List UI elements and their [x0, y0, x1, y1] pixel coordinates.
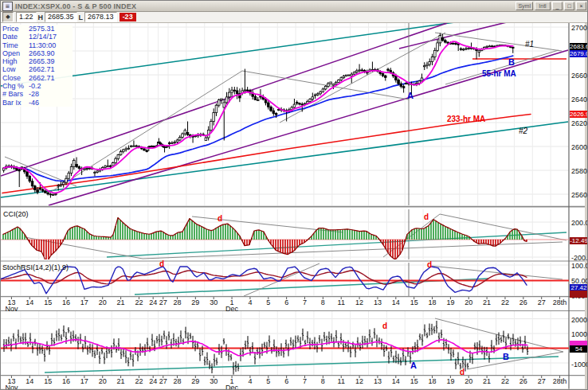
x-axis-day-label: 7: [303, 377, 307, 385]
x-axis-day-label: 21: [483, 298, 491, 306]
chart-window: ≣ INDEX:XSPX.00 - S & P 500 INDEX Syml I…: [0, 0, 588, 390]
y-axis-tick-label: 2660.00: [571, 72, 588, 80]
quote-high: 2685.35: [45, 12, 77, 22]
chart-annotation: d: [424, 213, 429, 221]
y-axis-tick-label: 200.00: [571, 219, 588, 227]
x-axis-day-label: 17: [80, 298, 88, 306]
quote-bar: ◆ 1.22 H 2685.35 L 2678.13 -23: [1, 12, 588, 23]
y-axis-tick-label: 2580.00: [571, 167, 588, 175]
chart-annotation: d: [382, 322, 387, 330]
chart-annotation: CCI(20): [3, 210, 29, 218]
x-axis-day-label: 27: [538, 377, 546, 385]
axis-value-box: [570, 291, 588, 298]
symbol-button[interactable]: Syml: [515, 2, 533, 10]
x-axis-day-label: 5: [266, 377, 270, 385]
x-axis-month-label: Dec: [225, 384, 238, 390]
x-axis-day-label: 14: [25, 377, 33, 385]
x-axis-day-label: 4: [248, 377, 252, 385]
axis-value-box: 2683.60: [570, 43, 588, 50]
y-axis-tick-label: 1000: [571, 330, 588, 338]
chart-annotation: 233-hr MA: [447, 115, 485, 123]
x-axis-month-label: Dec: [225, 305, 238, 313]
x-axis-day-label: 4: [248, 298, 252, 306]
interval-button[interactable]: Intl: [535, 2, 551, 10]
x-axis-day-label: 8: [321, 298, 325, 306]
x-axis-day-label: 20: [465, 377, 472, 385]
maximize-button[interactable]: □: [564, 2, 574, 10]
chart-annotation: A: [407, 91, 414, 100]
x-axis-day-label: 18: [429, 298, 437, 306]
chart-canvas[interactable]: #1B55-hr MAA233-hr MA#2CCI(20)ddStochRSI…: [1, 1, 588, 390]
data-window-row: Bar Ix-46: [2, 99, 73, 107]
x-axis-day-label: 15: [410, 298, 418, 306]
x-axis-day-label: 17: [80, 377, 88, 385]
chart-annotation: #1: [525, 40, 534, 49]
quote-low: 2678.13: [84, 12, 117, 22]
x-axis-day-label: 5: [266, 298, 270, 306]
data-window-row: # Bars-28: [2, 90, 73, 98]
y-axis-tick-label: 2000: [571, 316, 588, 324]
x-axis-day-label: 30: [210, 298, 218, 306]
axis-value-box: 54: [570, 345, 588, 353]
title-bar[interactable]: ≣ INDEX:XSPX.00 - S & P 500 INDEX Syml I…: [1, 1, 588, 12]
data-window-row: Open2663.90: [2, 49, 73, 57]
quote-change-badge: -23: [120, 13, 136, 21]
y-axis-tick-label: -1000: [571, 361, 588, 369]
x-axis-day-label: 12: [355, 377, 363, 385]
y-axis-tick-label: 2600.00: [571, 143, 588, 151]
quote-change: 1.22: [16, 12, 37, 22]
axis-value-box: 2679.07: [570, 50, 588, 57]
data-window-row: Low2662.71: [2, 65, 73, 73]
x-axis-day-label: 27: [538, 298, 546, 306]
data-window-row: Chg %-0.2: [2, 82, 73, 90]
x-axis-day-label: 15: [44, 298, 52, 306]
y-axis-tick-label: 2640.00: [571, 96, 588, 103]
x-axis-day-label: 13: [374, 298, 382, 306]
y-axis-tick-label: -200.00: [571, 254, 588, 262]
x-axis-day-label: 27: [159, 377, 167, 385]
x-axis-day-label: 21: [117, 377, 125, 385]
y-axis-tick-label: 2700.00: [571, 24, 588, 32]
x-axis-day-label: 27: [159, 298, 167, 306]
data-window-row: Time11:30:00: [2, 41, 73, 49]
x-axis-day-label: 6: [284, 377, 288, 385]
x-axis-day-label: 22: [135, 298, 143, 306]
axis-value-box: 2626.97: [570, 111, 588, 118]
x-axis-day-label: 22: [501, 298, 509, 306]
quote-low-label: L: [79, 14, 84, 21]
quote-menu-icon[interactable]: ◆: [2, 12, 14, 22]
data-window: Price2575.31Date12/14/17Time11:30:00Open…: [2, 25, 73, 107]
x-axis-day-label: 28th: [553, 298, 567, 306]
close-button[interactable]: ×: [576, 2, 586, 10]
x-axis-day-label: 14: [392, 298, 400, 306]
titlebar-buttons: Syml Intl _ □ ×: [515, 2, 588, 10]
x-axis-day-label: 22: [135, 377, 143, 385]
x-axis-day-label: 11: [338, 298, 345, 306]
x-axis-day-label: 28: [173, 298, 181, 306]
chart-annotation: B: [503, 352, 509, 361]
y-axis-tick-label: 2620.00: [571, 119, 588, 127]
x-axis-day-label: 29: [191, 298, 199, 306]
x-axis-day-label: 7: [303, 298, 307, 306]
x-axis-day-label: 12: [355, 298, 363, 306]
chart-annotation: 55-hr MA: [482, 69, 516, 78]
x-axis-day-label: 21: [117, 298, 125, 306]
chart-annotation: d: [159, 259, 164, 268]
x-axis-day-label: 24: [149, 377, 157, 385]
chart-annotation: StochRSI(14,2)(1),9): [2, 263, 69, 271]
chart-annotation: B: [508, 57, 515, 67]
minimize-button[interactable]: _: [552, 2, 563, 10]
x-axis-day-label: 18: [429, 377, 437, 385]
chart-annotation: A: [410, 361, 417, 370]
x-axis-day-label: 20: [99, 377, 107, 385]
window-title: INDEX:XSPX.00 - S & P 500 INDEX: [15, 2, 136, 10]
x-axis-day-label: 6: [284, 298, 288, 306]
x-axis-day-label: 28th: [553, 377, 567, 385]
x-axis-day-label: 19: [446, 298, 454, 306]
data-window-row: High2665.39: [2, 57, 73, 65]
x-axis-day-label: 15: [44, 377, 52, 385]
chart-annotation: d: [218, 214, 222, 223]
data-window-row: Close2662.71: [2, 74, 73, 82]
x-axis-day-label: 30: [210, 377, 218, 385]
x-axis-day-label: 8: [321, 377, 325, 385]
